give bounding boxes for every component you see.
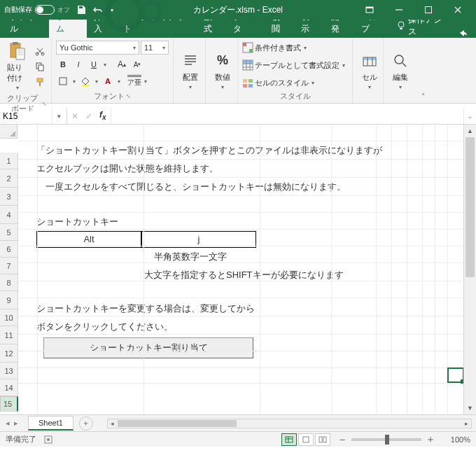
cells-button[interactable]: セル▾ — [357, 50, 382, 92]
bold-button[interactable]: B — [56, 57, 70, 71]
decrease-font-button[interactable]: A▾ — [130, 57, 144, 71]
format-painter-button[interactable] — [33, 75, 47, 89]
conditional-format-button[interactable]: 条件付き書式▾ — [242, 40, 348, 55]
share-button[interactable] — [452, 28, 473, 38]
autosave-toggle[interactable] — [35, 5, 55, 15]
page-break-view-button[interactable] — [315, 433, 330, 446]
find-icon — [391, 51, 410, 71]
phonetic-dropdown-icon[interactable]: ▾ — [143, 78, 148, 85]
font-dialog-icon[interactable]: ⤡ — [126, 93, 131, 99]
scroll-right-icon[interactable]: ▸ — [461, 420, 471, 427]
scroll-up-icon[interactable]: ▲ — [464, 125, 476, 137]
vertical-scrollbar[interactable]: ▲ ▼ — [463, 125, 476, 414]
page-layout-view-button[interactable] — [298, 433, 314, 446]
fill-color-button[interactable] — [78, 74, 92, 88]
chevron-down-icon: ▾ — [341, 62, 346, 69]
chevron-down-icon: ▾ — [310, 80, 316, 86]
sheet-nav-first-icon[interactable]: ◂ — [6, 419, 10, 428]
cell-styles-button[interactable]: セルのスタイル▾ — [242, 75, 348, 90]
row-header[interactable]: 13 — [0, 363, 18, 379]
underline-button[interactable]: U — [87, 57, 101, 71]
row-header[interactable]: 7 — [0, 258, 18, 274]
row-header[interactable]: 15 — [0, 396, 18, 412]
horizontal-scrollbar[interactable]: ◂ ▸ — [107, 419, 472, 428]
close-button[interactable] — [444, 0, 472, 20]
font-size-select[interactable]: 11▾ — [141, 41, 169, 55]
align-icon — [181, 51, 200, 71]
increase-font-button[interactable]: A▴ — [115, 57, 129, 71]
zoom-out-button[interactable]: − — [337, 434, 347, 445]
svg-point-29 — [47, 438, 50, 441]
paste-dropdown-icon[interactable]: ▾ — [15, 85, 20, 91]
svg-rect-26 — [363, 57, 376, 60]
row-header[interactable]: 2 — [0, 169, 18, 188]
cancel-formula-icon[interactable]: ✕ — [71, 111, 78, 121]
scroll-down-icon[interactable]: ▼ — [464, 402, 476, 414]
format-table-button[interactable]: テーブルとして書式設定▾ — [242, 57, 348, 73]
select-all-corner[interactable] — [0, 125, 18, 139]
namebox-dropdown-icon[interactable]: ▾ — [52, 108, 66, 124]
clipboard-dialog-icon[interactable]: ⤡ — [42, 101, 47, 107]
phonetic-button[interactable]: ア亜 — [127, 74, 141, 88]
svg-rect-31 — [303, 437, 309, 442]
editing-button[interactable]: 編集▾ — [388, 50, 413, 92]
font-color-button[interactable]: A — [101, 74, 115, 88]
row-header[interactable]: 9 — [0, 291, 18, 309]
row-header[interactable]: 4 — [0, 206, 18, 224]
copy-button[interactable] — [33, 59, 47, 74]
row-header[interactable]: 14 — [0, 379, 18, 396]
sheet-nav-last-icon[interactable]: ▸ — [14, 419, 18, 428]
font-name-select[interactable]: Yu Gothic▾ — [56, 41, 139, 55]
fx-button[interactable]: fx — [99, 110, 106, 121]
formula-bar[interactable] — [111, 108, 463, 124]
row-header[interactable]: 3 — [0, 188, 18, 206]
table-format-label: テーブルとして書式設定 — [255, 60, 340, 71]
normal-view-button[interactable] — [281, 433, 297, 446]
row-header[interactable]: 10 — [0, 309, 18, 326]
cut-button[interactable] — [33, 44, 47, 58]
qat-more-icon[interactable]: ▾ — [109, 7, 115, 13]
fill-dropdown-icon[interactable]: ▾ — [94, 78, 99, 85]
macro-record-icon[interactable] — [43, 435, 53, 444]
svg-rect-30 — [286, 437, 293, 442]
undo-icon[interactable] — [92, 4, 104, 15]
svg-point-27 — [395, 55, 403, 64]
row-header[interactable]: 12 — [0, 344, 18, 363]
hscroll-thumb[interactable] — [118, 420, 237, 427]
enter-formula-icon[interactable]: ✓ — [85, 111, 92, 121]
row-header[interactable]: 11 — [0, 326, 18, 344]
minimize-button[interactable] — [385, 0, 413, 20]
row-header[interactable]: 1 — [0, 153, 18, 169]
zoom-value[interactable]: 100% — [440, 435, 470, 444]
autosave-label: 自動保存 — [4, 5, 32, 15]
cells-dropdown-icon: ▾ — [367, 84, 372, 90]
border-button[interactable] — [56, 74, 70, 88]
zoom-in-button[interactable]: ＋ — [426, 433, 435, 446]
save-icon[interactable] — [76, 4, 87, 15]
zoom-handle[interactable] — [385, 435, 389, 444]
expand-formula-icon[interactable]: ⌄ — [463, 108, 476, 124]
italic-button[interactable]: I — [71, 57, 85, 71]
row-header[interactable]: 5 — [0, 224, 18, 241]
row-header[interactable]: 6 — [0, 241, 18, 258]
assign-shortcut-button[interactable]: ショートカットキー割り当て — [43, 337, 253, 358]
new-sheet-button[interactable]: ＋ — [79, 416, 93, 430]
fontcolor-dropdown-icon[interactable]: ▾ — [116, 78, 122, 85]
number-button[interactable]: % 数値▾ — [210, 50, 235, 92]
maximize-button[interactable] — [414, 0, 442, 20]
zoom-slider[interactable] — [351, 438, 421, 441]
underline-dropdown-icon[interactable]: ▾ — [102, 62, 108, 68]
svg-rect-7 — [16, 48, 24, 59]
alignment-button[interactable]: 配置▾ — [178, 50, 203, 92]
svg-rect-11 — [38, 65, 43, 71]
collapse-ribbon-icon[interactable]: ˄ — [421, 92, 425, 100]
border-dropdown-icon[interactable]: ▾ — [71, 78, 77, 85]
name-box[interactable] — [0, 111, 52, 121]
row-header[interactable]: 8 — [0, 274, 18, 291]
paste-button[interactable]: 貼り付け ▾ — [4, 40, 30, 92]
scroll-left-icon[interactable]: ◂ — [108, 420, 118, 427]
ribbon-options-icon[interactable] — [356, 0, 384, 20]
active-cell[interactable] — [447, 368, 463, 383]
scroll-thumb[interactable] — [465, 137, 475, 277]
sheet-tab[interactable]: Sheet1 — [28, 416, 74, 430]
